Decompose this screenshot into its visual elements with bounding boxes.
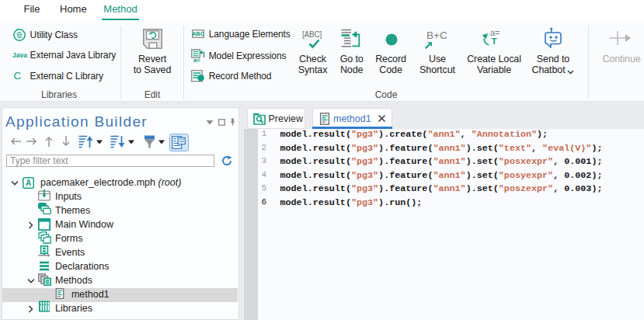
svg-text:ABC: ABC: [192, 30, 204, 37]
svg-text:a=: a=: [193, 57, 200, 63]
